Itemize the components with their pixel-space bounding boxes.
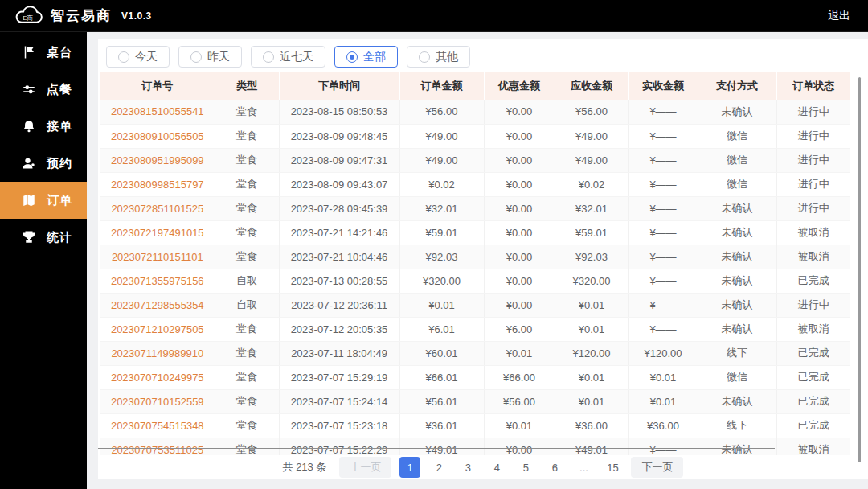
- cell-discount-amount: ¥6.00: [484, 317, 555, 341]
- cell-order-amount: ¥66.01: [399, 365, 484, 389]
- cell-payment-method: 未确认: [698, 244, 776, 269]
- sliders-icon: [22, 82, 36, 97]
- cell-type: 自取: [215, 269, 279, 293]
- page-number-button[interactable]: 6: [544, 457, 565, 478]
- cell-payment-method: 微信: [698, 148, 776, 172]
- radio-icon: [346, 51, 358, 63]
- column-header: 订单号: [100, 72, 215, 100]
- cell-order-status: 进行中: [776, 100, 850, 124]
- main-area: 今天昨天近七天全部其他 订单号类型下单时间订单金额优惠金额应收金额实收金额支付方…: [87, 32, 868, 489]
- filter-today[interactable]: 今天: [106, 46, 170, 68]
- cell-order-status: 进行中: [776, 172, 850, 196]
- map-icon: [22, 193, 36, 208]
- table-row: 2023080998515797堂食2023-08-09 09:43:07¥0.…: [100, 172, 850, 196]
- sidebar-item-reservation[interactable]: 预约: [0, 145, 87, 182]
- order-number-link[interactable]: 2023070710249975: [100, 365, 215, 389]
- page-number-button[interactable]: 5: [515, 457, 536, 478]
- cell-order-amount: ¥0.01: [399, 293, 484, 317]
- cell-order-status: 已完成: [776, 389, 850, 413]
- cell-order-status: 进行中: [776, 293, 850, 317]
- cell-received-amount: ¥0.01: [628, 389, 698, 413]
- order-number-link[interactable]: 2023080951995099: [100, 148, 215, 172]
- cell-discount-amount: ¥0.00: [484, 172, 555, 196]
- table-row: 2023070710249975堂食2023-07-07 15:29:19¥66…: [100, 365, 850, 389]
- cell-type: 堂食: [215, 365, 279, 389]
- filter-all[interactable]: 全部: [334, 46, 398, 68]
- page-number-button[interactable]: 2: [428, 457, 449, 478]
- flag-icon: [22, 45, 36, 60]
- cell-discount-amount: ¥56.00: [484, 389, 555, 413]
- order-number-link[interactable]: 2023070710152559: [100, 389, 215, 413]
- cell-received-amount: ¥——: [628, 172, 698, 196]
- order-number-link[interactable]: 2023071298555354: [100, 293, 215, 317]
- cell-time: 2023-08-09 09:47:31: [279, 148, 399, 172]
- order-number-link[interactable]: 2023071355975156: [100, 269, 215, 293]
- order-number-link[interactable]: 2023081510055541: [100, 100, 215, 124]
- logout-button[interactable]: 退出: [828, 9, 850, 23]
- pagination-bar: 共 213 条 上一页 123456...15 下一页: [98, 455, 868, 479]
- order-number-link[interactable]: 2023072851101525: [100, 196, 215, 220]
- cell-time: 2023-08-09 09:48:45: [279, 124, 399, 148]
- cell-discount-amount: ¥0.00: [484, 293, 555, 317]
- cell-type: 堂食: [215, 196, 279, 220]
- cell-payment-method: 未确认: [698, 293, 776, 317]
- cell-payment-method: 未确认: [698, 220, 776, 244]
- order-number-link[interactable]: 2023071149989910: [100, 341, 215, 365]
- order-number-link[interactable]: 2023070754515348: [100, 413, 215, 438]
- filter-label: 全部: [363, 50, 386, 64]
- order-number-link[interactable]: 2023071210297505: [100, 317, 215, 341]
- cell-discount-amount: ¥0.01: [484, 413, 555, 438]
- sidebar-item-orders[interactable]: 订单: [0, 182, 87, 219]
- cell-order-amount: ¥320.00: [399, 269, 484, 293]
- sidebar-item-label: 预约: [47, 156, 72, 171]
- cell-received-amount: ¥——: [628, 148, 698, 172]
- filter-yesterday[interactable]: 昨天: [178, 46, 242, 68]
- cell-time: 2023-07-28 09:45:39: [279, 196, 399, 220]
- sidebar-item-tables[interactable]: 桌台: [0, 34, 87, 71]
- cell-received-amount: ¥——: [628, 124, 698, 148]
- sidebar-item-label: 点餐: [47, 82, 72, 97]
- page-number-button[interactable]: 4: [486, 457, 507, 478]
- app-window: E商 智云易商 V1.0.3 退出 桌台点餐接单预约订单统计 今天昨天近七天全部…: [0, 0, 868, 489]
- topbar: E商 智云易商 V1.0.3 退出: [0, 0, 868, 32]
- cell-discount-amount: ¥0.00: [484, 220, 555, 244]
- user-icon: [22, 156, 36, 171]
- cell-payment-method: 微信: [698, 172, 776, 196]
- prev-page-button[interactable]: 上一页: [339, 457, 391, 478]
- page-number-button[interactable]: 1: [399, 457, 420, 478]
- sidebar-item-statistics[interactable]: 统计: [0, 219, 87, 256]
- app-logo: E商 智云易商: [13, 5, 112, 27]
- cell-time: 2023-08-15 08:50:53: [279, 100, 399, 124]
- date-filter-group: 今天昨天近七天全部其他: [106, 46, 470, 68]
- page-number-button[interactable]: 15: [602, 457, 623, 478]
- cell-discount-amount: ¥0.00: [484, 269, 555, 293]
- filter-other[interactable]: 其他: [407, 46, 470, 68]
- table-clip-line: [98, 448, 775, 449]
- table-row: 2023081510055541堂食2023-08-15 08:50:53¥56…: [100, 100, 850, 124]
- sidebar-item-label: 接单: [47, 119, 72, 134]
- cell-payment-method: 未确认: [698, 269, 776, 293]
- sidebar-item-accept-order[interactable]: 接单: [0, 108, 87, 145]
- sidebar-item-ordering[interactable]: 点餐: [0, 71, 87, 108]
- cell-type: 堂食: [215, 413, 279, 438]
- column-header: 支付方式: [698, 72, 776, 100]
- cell-order-status: 被取消: [776, 220, 850, 244]
- cell-order-amount: ¥36.01: [399, 413, 484, 438]
- cell-type: 堂食: [215, 389, 279, 413]
- next-page-button[interactable]: 下一页: [631, 457, 683, 478]
- order-number-link[interactable]: 2023072110151101: [100, 244, 215, 269]
- sidebar-item-label: 统计: [47, 230, 72, 245]
- bell-icon: [22, 119, 36, 134]
- table-scrollbar[interactable]: [858, 77, 861, 462]
- page-number-button[interactable]: 3: [457, 457, 478, 478]
- cell-type: 堂食: [215, 244, 279, 269]
- filter-last7days[interactable]: 近七天: [251, 46, 326, 68]
- cell-order-amount: ¥92.03: [399, 244, 484, 269]
- cell-time: 2023-07-21 10:04:46: [279, 244, 399, 269]
- order-number-link[interactable]: 2023072197491015: [100, 220, 215, 244]
- table-row: 2023070710152559堂食2023-07-07 15:24:14¥56…: [100, 389, 850, 413]
- order-number-link[interactable]: 2023080910056505: [100, 124, 215, 148]
- order-number-link[interactable]: 2023080998515797: [100, 172, 215, 196]
- cell-discount-amount: ¥0.00: [484, 100, 555, 124]
- cell-type: 堂食: [215, 317, 279, 341]
